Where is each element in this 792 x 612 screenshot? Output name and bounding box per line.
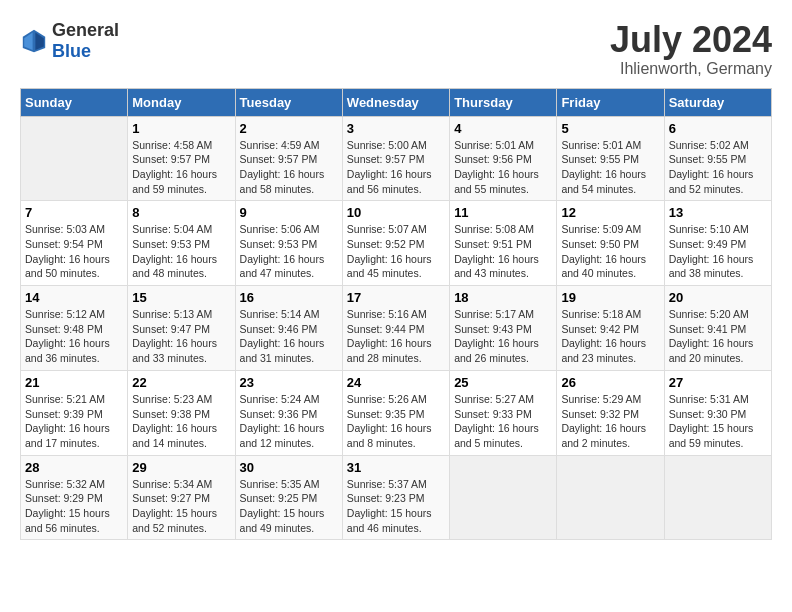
- day-number: 14: [25, 290, 123, 305]
- table-cell: 26Sunrise: 5:29 AM Sunset: 9:32 PM Dayli…: [557, 370, 664, 455]
- table-cell: 20Sunrise: 5:20 AM Sunset: 9:41 PM Dayli…: [664, 286, 771, 371]
- day-number: 20: [669, 290, 767, 305]
- table-cell: 30Sunrise: 5:35 AM Sunset: 9:25 PM Dayli…: [235, 455, 342, 540]
- week-row-5: 28Sunrise: 5:32 AM Sunset: 9:29 PM Dayli…: [21, 455, 772, 540]
- table-cell: 12Sunrise: 5:09 AM Sunset: 9:50 PM Dayli…: [557, 201, 664, 286]
- day-info: Sunrise: 5:20 AM Sunset: 9:41 PM Dayligh…: [669, 307, 767, 366]
- header-saturday: Saturday: [664, 88, 771, 116]
- day-number: 13: [669, 205, 767, 220]
- table-cell: [557, 455, 664, 540]
- day-info: Sunrise: 4:58 AM Sunset: 9:57 PM Dayligh…: [132, 138, 230, 197]
- week-row-1: 1Sunrise: 4:58 AM Sunset: 9:57 PM Daylig…: [21, 116, 772, 201]
- table-cell: 16Sunrise: 5:14 AM Sunset: 9:46 PM Dayli…: [235, 286, 342, 371]
- day-number: 18: [454, 290, 552, 305]
- day-info: Sunrise: 5:17 AM Sunset: 9:43 PM Dayligh…: [454, 307, 552, 366]
- day-number: 26: [561, 375, 659, 390]
- day-info: Sunrise: 5:08 AM Sunset: 9:51 PM Dayligh…: [454, 222, 552, 281]
- logo: General Blue: [20, 20, 119, 62]
- table-cell: 18Sunrise: 5:17 AM Sunset: 9:43 PM Dayli…: [450, 286, 557, 371]
- day-info: Sunrise: 5:26 AM Sunset: 9:35 PM Dayligh…: [347, 392, 445, 451]
- day-info: Sunrise: 5:09 AM Sunset: 9:50 PM Dayligh…: [561, 222, 659, 281]
- day-number: 30: [240, 460, 338, 475]
- subtitle: Ihlienworth, Germany: [610, 60, 772, 78]
- logo-text-blue: Blue: [52, 41, 91, 61]
- table-cell: 25Sunrise: 5:27 AM Sunset: 9:33 PM Dayli…: [450, 370, 557, 455]
- day-info: Sunrise: 5:00 AM Sunset: 9:57 PM Dayligh…: [347, 138, 445, 197]
- day-info: Sunrise: 5:12 AM Sunset: 9:48 PM Dayligh…: [25, 307, 123, 366]
- day-number: 3: [347, 121, 445, 136]
- day-number: 12: [561, 205, 659, 220]
- day-number: 31: [347, 460, 445, 475]
- day-number: 11: [454, 205, 552, 220]
- day-number: 16: [240, 290, 338, 305]
- table-cell: 17Sunrise: 5:16 AM Sunset: 9:44 PM Dayli…: [342, 286, 449, 371]
- header-thursday: Thursday: [450, 88, 557, 116]
- day-info: Sunrise: 5:01 AM Sunset: 9:55 PM Dayligh…: [561, 138, 659, 197]
- day-info: Sunrise: 5:03 AM Sunset: 9:54 PM Dayligh…: [25, 222, 123, 281]
- week-row-2: 7Sunrise: 5:03 AM Sunset: 9:54 PM Daylig…: [21, 201, 772, 286]
- table-cell: 27Sunrise: 5:31 AM Sunset: 9:30 PM Dayli…: [664, 370, 771, 455]
- day-info: Sunrise: 5:10 AM Sunset: 9:49 PM Dayligh…: [669, 222, 767, 281]
- table-cell: 8Sunrise: 5:04 AM Sunset: 9:53 PM Daylig…: [128, 201, 235, 286]
- day-number: 24: [347, 375, 445, 390]
- calendar-table: SundayMondayTuesdayWednesdayThursdayFrid…: [20, 88, 772, 541]
- day-number: 2: [240, 121, 338, 136]
- table-cell: [664, 455, 771, 540]
- day-number: 4: [454, 121, 552, 136]
- day-info: Sunrise: 5:14 AM Sunset: 9:46 PM Dayligh…: [240, 307, 338, 366]
- day-info: Sunrise: 5:07 AM Sunset: 9:52 PM Dayligh…: [347, 222, 445, 281]
- table-cell: 15Sunrise: 5:13 AM Sunset: 9:47 PM Dayli…: [128, 286, 235, 371]
- table-cell: 23Sunrise: 5:24 AM Sunset: 9:36 PM Dayli…: [235, 370, 342, 455]
- calendar-header-row: SundayMondayTuesdayWednesdayThursdayFrid…: [21, 88, 772, 116]
- day-number: 7: [25, 205, 123, 220]
- table-cell: 22Sunrise: 5:23 AM Sunset: 9:38 PM Dayli…: [128, 370, 235, 455]
- day-number: 1: [132, 121, 230, 136]
- table-cell: 9Sunrise: 5:06 AM Sunset: 9:53 PM Daylig…: [235, 201, 342, 286]
- table-cell: 28Sunrise: 5:32 AM Sunset: 9:29 PM Dayli…: [21, 455, 128, 540]
- header-friday: Friday: [557, 88, 664, 116]
- day-number: 9: [240, 205, 338, 220]
- day-number: 6: [669, 121, 767, 136]
- table-cell: 19Sunrise: 5:18 AM Sunset: 9:42 PM Dayli…: [557, 286, 664, 371]
- table-cell: [450, 455, 557, 540]
- page-header: General Blue July 2024 Ihlienworth, Germ…: [20, 20, 772, 78]
- logo-icon: [20, 27, 48, 55]
- day-info: Sunrise: 5:01 AM Sunset: 9:56 PM Dayligh…: [454, 138, 552, 197]
- header-monday: Monday: [128, 88, 235, 116]
- table-cell: 3Sunrise: 5:00 AM Sunset: 9:57 PM Daylig…: [342, 116, 449, 201]
- day-info: Sunrise: 5:06 AM Sunset: 9:53 PM Dayligh…: [240, 222, 338, 281]
- week-row-3: 14Sunrise: 5:12 AM Sunset: 9:48 PM Dayli…: [21, 286, 772, 371]
- day-number: 21: [25, 375, 123, 390]
- table-cell: 13Sunrise: 5:10 AM Sunset: 9:49 PM Dayli…: [664, 201, 771, 286]
- day-number: 8: [132, 205, 230, 220]
- table-cell: 6Sunrise: 5:02 AM Sunset: 9:55 PM Daylig…: [664, 116, 771, 201]
- table-cell: 31Sunrise: 5:37 AM Sunset: 9:23 PM Dayli…: [342, 455, 449, 540]
- day-info: Sunrise: 5:13 AM Sunset: 9:47 PM Dayligh…: [132, 307, 230, 366]
- day-number: 23: [240, 375, 338, 390]
- day-info: Sunrise: 5:04 AM Sunset: 9:53 PM Dayligh…: [132, 222, 230, 281]
- table-cell: 5Sunrise: 5:01 AM Sunset: 9:55 PM Daylig…: [557, 116, 664, 201]
- header-sunday: Sunday: [21, 88, 128, 116]
- header-wednesday: Wednesday: [342, 88, 449, 116]
- day-number: 10: [347, 205, 445, 220]
- table-cell: 14Sunrise: 5:12 AM Sunset: 9:48 PM Dayli…: [21, 286, 128, 371]
- day-info: Sunrise: 4:59 AM Sunset: 9:57 PM Dayligh…: [240, 138, 338, 197]
- day-number: 29: [132, 460, 230, 475]
- day-info: Sunrise: 5:24 AM Sunset: 9:36 PM Dayligh…: [240, 392, 338, 451]
- day-info: Sunrise: 5:29 AM Sunset: 9:32 PM Dayligh…: [561, 392, 659, 451]
- day-number: 27: [669, 375, 767, 390]
- day-number: 25: [454, 375, 552, 390]
- table-cell: 7Sunrise: 5:03 AM Sunset: 9:54 PM Daylig…: [21, 201, 128, 286]
- main-title: July 2024: [610, 20, 772, 60]
- table-cell: 29Sunrise: 5:34 AM Sunset: 9:27 PM Dayli…: [128, 455, 235, 540]
- day-number: 22: [132, 375, 230, 390]
- day-info: Sunrise: 5:16 AM Sunset: 9:44 PM Dayligh…: [347, 307, 445, 366]
- table-cell: [21, 116, 128, 201]
- day-info: Sunrise: 5:02 AM Sunset: 9:55 PM Dayligh…: [669, 138, 767, 197]
- table-cell: 4Sunrise: 5:01 AM Sunset: 9:56 PM Daylig…: [450, 116, 557, 201]
- table-cell: 21Sunrise: 5:21 AM Sunset: 9:39 PM Dayli…: [21, 370, 128, 455]
- day-number: 5: [561, 121, 659, 136]
- day-info: Sunrise: 5:34 AM Sunset: 9:27 PM Dayligh…: [132, 477, 230, 536]
- day-number: 28: [25, 460, 123, 475]
- day-info: Sunrise: 5:27 AM Sunset: 9:33 PM Dayligh…: [454, 392, 552, 451]
